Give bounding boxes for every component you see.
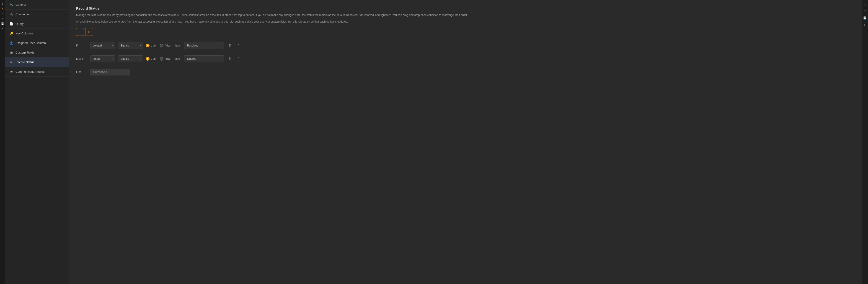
expand-icon[interactable]: ❯ (1, 2, 4, 5)
save-right-icon[interactable]: 💾 (862, 15, 868, 21)
result-input-2[interactable] (184, 55, 224, 62)
else-label: Else (76, 70, 88, 74)
condition-type-2: Else if (76, 57, 88, 60)
collapse-right-icon[interactable]: ◁ (863, 2, 867, 7)
radio-dot-true-2 (146, 57, 150, 61)
sidebar-item-label: Key Columns (16, 32, 33, 35)
sidebar-item-label: Connection (16, 12, 31, 16)
sidebar-item-label: Custom Fields (16, 51, 34, 54)
sidebar-item-assigned-user[interactable]: 👤 Assigned User Column (5, 38, 69, 48)
sidebar-item-custom-fields[interactable]: ⊞ Custom Fields (5, 48, 69, 57)
edit-icon: ✏ (9, 60, 13, 64)
add-condition-button[interactable]: + (76, 28, 84, 36)
radio-true-label-1: true (151, 44, 156, 47)
condition-row-2: Else if Ignore Equals true false then (76, 55, 854, 62)
sidebar: 🔧 General 🔌 Connection 📄 Query 🔑 Key Col… (5, 0, 69, 284)
sidebar-item-label: Communication Rules (16, 70, 44, 73)
field-select-wrapper-1: deleted (90, 42, 115, 49)
radio-group-2: true false (146, 57, 170, 61)
more-options-1[interactable]: ⋮ (236, 43, 241, 49)
result-input-1[interactable] (184, 42, 224, 49)
field-select-1[interactable]: deleted (90, 42, 115, 49)
sidebar-item-key-columns[interactable]: 🔑 Key Columns (5, 29, 69, 38)
description-1: Manage the status of the results by prov… (76, 13, 854, 17)
refresh-button[interactable]: ↻ (85, 28, 93, 36)
page-title: Record Status (76, 6, 854, 10)
else-row: Else (76, 69, 854, 75)
sidebar-item-label: Assigned User Column (16, 41, 46, 45)
main-content: Record Status Manage the status of the r… (69, 0, 862, 284)
operator-select-wrapper-2: Equals (118, 55, 143, 62)
field-select-2[interactable]: Ignore (90, 55, 115, 62)
else-value-input (90, 69, 130, 75)
user-icon: 👤 (9, 41, 13, 45)
radio-false-1[interactable]: false (160, 44, 170, 48)
more-options-2[interactable]: ⋮ (236, 56, 241, 62)
radio-dot-true-1 (146, 44, 150, 48)
table-icon: ⊞ (9, 51, 13, 54)
wrench-icon: 🔧 (9, 3, 13, 6)
run-icon[interactable]: ▶ (1, 27, 4, 31)
then-label-2: then (175, 57, 180, 60)
radio-false-label-1: false (165, 44, 170, 47)
sidebar-item-label: Record Status (16, 60, 34, 64)
key-icon: 🔑 (9, 32, 13, 35)
doc-icon: 📄 (9, 22, 13, 26)
radio-group-1: true false (146, 44, 170, 48)
sidebar-item-communication-rules[interactable]: ✉ Communication Rules (5, 67, 69, 76)
radio-dot-false-1 (160, 44, 163, 48)
radio-false-2[interactable]: false (160, 57, 170, 61)
undo-icon[interactable]: ↩ (1, 12, 4, 15)
grid-icon[interactable]: ⊞ (1, 17, 4, 21)
condition-type-1: If (76, 44, 88, 47)
sidebar-item-record-status[interactable]: ✏ Record Status (5, 57, 69, 67)
right-rail: ◁ ⊞ 💾 ▶ (862, 0, 868, 284)
description-2: All available options below are generate… (76, 20, 854, 24)
operator-select-2[interactable]: Equals (118, 55, 143, 62)
icon-bar: ❯ ⊕ ↩ ⊞ 💾 ▶ (0, 0, 5, 284)
sidebar-item-general[interactable]: 🔧 General (5, 0, 69, 9)
radio-true-1[interactable]: true (146, 44, 156, 48)
operator-select-wrapper-1: Equals (118, 42, 143, 49)
sidebar-item-query[interactable]: 📄 Query (5, 19, 69, 29)
operator-select-1[interactable]: Equals (118, 42, 143, 49)
sidebar-item-label: General (16, 3, 26, 6)
radio-dot-false-2 (160, 57, 163, 61)
delete-condition-1[interactable]: 🗑 (227, 43, 233, 49)
grid-right-icon[interactable]: ⊞ (863, 9, 867, 14)
field-select-wrapper-2: Ignore (90, 55, 115, 62)
condition-row-1: If deleted Equals true false then (76, 42, 854, 49)
delete-condition-2[interactable]: 🗑 (227, 56, 233, 62)
plug-icon: 🔌 (9, 12, 13, 16)
radio-true-2[interactable]: true (146, 57, 156, 61)
radio-true-label-2: true (151, 57, 156, 60)
then-label-1: then (175, 44, 180, 47)
sidebar-item-connection[interactable]: 🔌 Connection (5, 9, 69, 19)
sidebar-item-label: Query (16, 22, 24, 26)
play-right-icon[interactable]: ▶ (863, 22, 867, 27)
add-icon[interactable]: ⊕ (1, 7, 4, 10)
sidebar-nav: 🔧 General 🔌 Connection 📄 Query 🔑 Key Col… (5, 0, 69, 284)
toolbar: + ↻ (76, 28, 854, 36)
radio-false-label-2: false (165, 57, 170, 60)
save-icon[interactable]: 💾 (0, 22, 5, 26)
mail-icon: ✉ (9, 70, 13, 73)
